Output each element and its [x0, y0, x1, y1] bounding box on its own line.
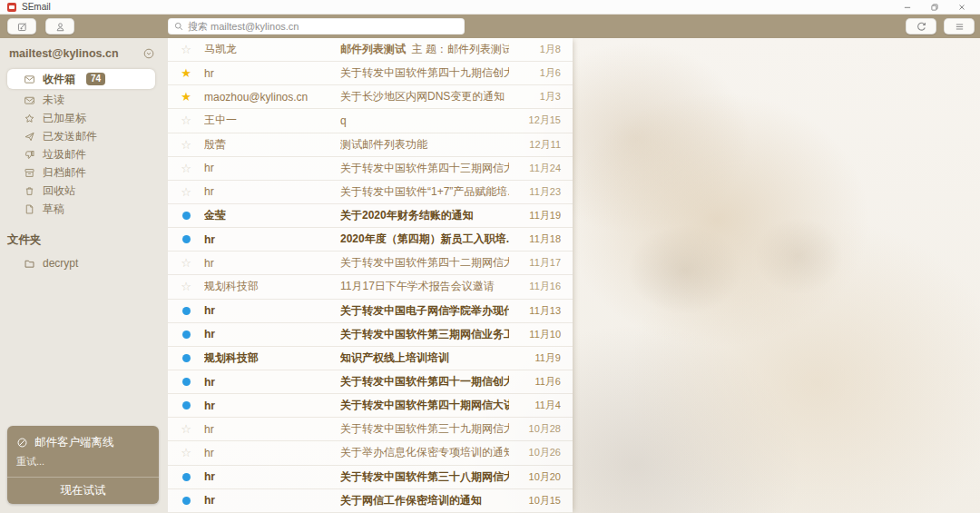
sidebar-item-inbox[interactable]: 收件箱74 — [7, 69, 155, 89]
account-selector[interactable]: mailtest@kylinos.cn — [0, 38, 168, 67]
unread-dot-icon — [182, 378, 191, 386]
email-subject: 关于2020年财务结账的通知 — [340, 208, 509, 223]
email-status-cell — [168, 473, 204, 481]
inbox-count-badge: 74 — [86, 73, 105, 85]
email-status-cell: ☆ — [168, 257, 204, 269]
email-subject: 关于长沙地区内网DNS变更的通知 — [340, 89, 509, 104]
email-row[interactable]: 规划科技部知识产权线上培训培训11月9 — [168, 347, 573, 370]
email-status-cell: ☆ — [168, 163, 204, 174]
sidebar-item-archive[interactable]: 归档邮件 — [0, 163, 168, 182]
email-subject: 2020年度（第四期）新员工入职培... — [340, 232, 509, 247]
email-subject: 测试邮件列表功能 — [340, 137, 509, 153]
email-row[interactable]: hr关于转发中国软件第三十八期网信大...10月20 — [168, 466, 573, 489]
email-subject: 关于举办信息化保密专项培训的通知 — [340, 445, 509, 460]
refresh-button[interactable] — [906, 18, 936, 35]
star-icon[interactable]: ☆ — [181, 423, 191, 435]
star-icon[interactable]: ☆ — [181, 257, 191, 269]
unread-icon — [24, 94, 35, 106]
email-list: ☆马凯龙邮件列表测试 主 题：邮件列表测试...1月8★hr关于转发中国软件第四… — [168, 38, 573, 513]
unread-dot-icon — [182, 473, 191, 481]
email-sender: hr — [204, 185, 340, 198]
unread-dot-icon — [182, 497, 191, 505]
email-sender: hr — [204, 423, 340, 436]
email-date: 11月13 — [509, 304, 573, 318]
star-icon[interactable]: ☆ — [181, 163, 191, 174]
close-icon[interactable] — [956, 2, 967, 13]
email-date: 11月4 — [509, 399, 573, 412]
email-status-cell — [168, 212, 204, 220]
star-icon[interactable]: ☆ — [181, 447, 191, 459]
email-sender: hr — [204, 447, 340, 459]
email-subject: 关于转发中国软件第三十八期网信大... — [340, 469, 509, 485]
email-row[interactable]: ☆hr关于转发中国软件第四十二期网信大...11月17 — [168, 252, 573, 275]
email-row[interactable]: hr关于转发中国软件第四十期网信大讲...11月4 — [168, 394, 573, 418]
email-preview-text: 主 题：邮件列表测试... — [406, 43, 509, 55]
unread-dot-icon — [182, 307, 191, 315]
contacts-button[interactable] — [45, 18, 74, 35]
email-row[interactable]: 金莹关于2020年财务结账的通知11月19 — [168, 204, 573, 228]
email-sender: maozhou@kylinos.cn — [204, 91, 340, 104]
unread-dot-icon — [182, 330, 191, 339]
email-row[interactable]: hr关于转发中国软件第三期网信业务工...11月10 — [168, 323, 573, 347]
sidebar-item-drafts[interactable]: 草稿 — [0, 200, 168, 218]
email-row[interactable]: ★hr关于转发中国软件第四十九期信创大...1月6 — [168, 62, 573, 85]
star-icon[interactable]: ★ — [181, 67, 191, 79]
email-date: 11月19 — [509, 209, 573, 222]
email-row[interactable]: ☆殷蕾测试邮件列表功能12月11 — [168, 133, 573, 157]
search-box[interactable] — [168, 18, 465, 35]
email-date: 11月10 — [509, 328, 573, 341]
minimize-icon[interactable] — [902, 2, 913, 13]
email-status-cell: ☆ — [168, 139, 204, 151]
sidebar-item-unread[interactable]: 未读 — [0, 91, 168, 109]
sidebar-item-starred[interactable]: 已加星标 — [0, 109, 168, 127]
email-status-cell — [168, 235, 204, 243]
sidebar-nav: 收件箱74未读已加星标已发送邮件垃圾邮件归档邮件回收站草稿 — [0, 69, 168, 218]
email-row[interactable]: ☆hr关于转发中国软件第三十九期网信大...10月28 — [168, 418, 573, 441]
email-status-cell — [168, 401, 204, 409]
sidebar-item-trash[interactable]: 回收站 — [0, 182, 168, 200]
email-date: 1月8 — [509, 43, 573, 56]
sidebar-item-sent[interactable]: 已发送邮件 — [0, 127, 168, 145]
restore-icon[interactable] — [929, 2, 940, 13]
try-now-button[interactable]: 现在试试 — [16, 478, 150, 504]
email-subject: 知识产权线上培训培训 — [340, 350, 509, 366]
email-row[interactable]: ☆hr关于举办信息化保密专项培训的通知10月26 — [168, 441, 573, 465]
star-icon[interactable]: ★ — [181, 91, 191, 103]
email-row[interactable]: ☆王中一q12月15 — [168, 109, 573, 133]
email-row[interactable]: ☆马凯龙邮件列表测试 主 题：邮件列表测试...1月8 — [168, 38, 573, 62]
app-title: SEmail — [22, 2, 51, 12]
folder-item-decrypt[interactable]: decrypt — [0, 253, 168, 273]
star-icon[interactable]: ☆ — [181, 186, 191, 198]
folder-icon — [24, 258, 35, 270]
email-sender: hr — [204, 304, 340, 317]
email-status-cell: ☆ — [168, 447, 204, 459]
email-status-cell: ★ — [168, 91, 204, 103]
star-icon[interactable]: ☆ — [181, 44, 191, 55]
email-row[interactable]: ☆hr关于转发中国软件“1+7”产品赋能培...11月23 — [168, 181, 573, 204]
sidebar-item-junk[interactable]: 垃圾邮件 — [0, 145, 168, 163]
compose-button[interactable] — [7, 18, 36, 35]
email-subject: 关于转发中国电子网信学院举办现代... — [340, 303, 509, 319]
star-icon[interactable]: ☆ — [181, 114, 191, 126]
email-row[interactable]: ★maozhou@kylinos.cn关于长沙地区内网DNS变更的通知1月3 — [168, 85, 573, 109]
search-icon — [173, 21, 184, 32]
email-subject: 关于转发中国软件“1+7”产品赋能培... — [340, 184, 509, 200]
star-icon[interactable]: ☆ — [181, 281, 191, 292]
email-row[interactable]: hr关于转发中国电子网信学院举办现代...11月13 — [168, 300, 573, 323]
email-row[interactable]: hr2020年度（第四期）新员工入职培...11月18 — [168, 228, 573, 252]
email-row[interactable]: hr关于转发中国软件第四十一期信创大...11月6 — [168, 370, 573, 394]
email-date: 11月6 — [509, 375, 573, 389]
star-icon[interactable]: ☆ — [181, 139, 191, 151]
email-row[interactable]: ☆hr关于转发中国软件第四十三期网信大...11月24 — [168, 157, 573, 181]
email-date: 1月6 — [509, 66, 573, 80]
trash-icon — [24, 185, 35, 197]
sidebar-item-label: 草稿 — [43, 202, 64, 217]
email-row[interactable]: ☆规划科技部11月17日下午学术报告会议邀请11月16 — [168, 275, 573, 299]
menu-button[interactable] — [944, 18, 975, 35]
email-row[interactable]: hr关于网信工作保密培训的通知10月15 — [168, 489, 573, 513]
folders-header: 文件夹 — [0, 218, 168, 253]
email-status-cell: ☆ — [168, 281, 204, 292]
email-date: 12月15 — [509, 113, 573, 127]
sidebar-item-label: 归档邮件 — [43, 165, 86, 181]
search-input[interactable] — [188, 21, 459, 32]
